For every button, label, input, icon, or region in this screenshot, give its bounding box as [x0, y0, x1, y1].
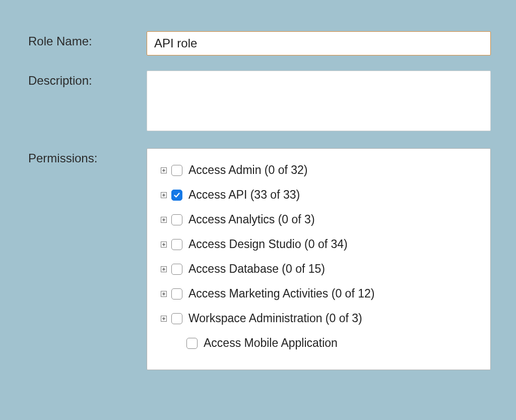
expand-icon[interactable]	[160, 167, 167, 174]
permissions-input-col: Access Admin (0 of 32)Access API (33 of …	[147, 148, 491, 370]
permission-label: Access Marketing Activities (0 of 12)	[188, 287, 374, 301]
expand-icon[interactable]	[160, 241, 167, 248]
permission-label: Access Design Studio (0 of 34)	[188, 237, 348, 251]
permission-label: Access Database (0 of 15)	[188, 262, 325, 276]
role-name-input-col	[147, 31, 491, 55]
role-name-row: Role Name: *	[28, 31, 491, 55]
expand-icon[interactable]	[160, 192, 167, 199]
permission-checkbox[interactable]	[171, 288, 182, 299]
expand-icon[interactable]	[160, 315, 167, 322]
permission-item: Access Admin (0 of 32)	[160, 158, 477, 183]
permissions-tree: Access Admin (0 of 32)Access API (33 of …	[147, 148, 491, 370]
permission-label: Access Admin (0 of 32)	[188, 163, 308, 177]
description-row: Description:	[28, 71, 491, 133]
role-name-input[interactable]	[147, 31, 491, 55]
expand-icon[interactable]	[160, 216, 167, 223]
permission-checkbox[interactable]	[171, 214, 182, 225]
expand-icon[interactable]	[160, 290, 167, 297]
permissions-row: Permissions: Access Admin (0 of 32)Acces…	[28, 148, 491, 370]
role-form: Role Name: * Description: Permissions: A…	[0, 0, 516, 395]
permission-label: Access Analytics (0 of 3)	[188, 213, 315, 226]
permission-item: Access Mobile Application	[160, 331, 477, 355]
permission-item: Access Design Studio (0 of 34)	[160, 232, 477, 257]
permission-item: Access Database (0 of 15)	[160, 257, 477, 281]
expand-icon[interactable]	[160, 266, 167, 273]
description-input[interactable]	[147, 71, 491, 131]
permission-checkbox[interactable]	[171, 165, 182, 176]
permission-checkbox[interactable]	[186, 338, 198, 349]
permission-checkbox[interactable]	[171, 239, 182, 250]
permissions-label: Permissions:	[28, 148, 132, 165]
description-input-col	[147, 71, 491, 133]
permission-checkbox[interactable]	[171, 313, 182, 324]
permission-checkbox[interactable]	[171, 264, 182, 275]
permission-item: Workspace Administration (0 of 3)	[160, 306, 477, 331]
permission-item: Access API (33 of 33)	[160, 183, 477, 207]
permission-item: Access Marketing Activities (0 of 12)	[160, 281, 477, 306]
permission-checkbox[interactable]	[171, 190, 182, 201]
permission-label: Access Mobile Application	[204, 336, 338, 350]
permission-item: Access Analytics (0 of 3)	[160, 207, 477, 232]
role-name-label: Role Name:	[28, 31, 132, 48]
permission-label: Workspace Administration (0 of 3)	[188, 312, 362, 325]
description-label: Description:	[28, 71, 132, 88]
permission-label: Access API (33 of 33)	[188, 188, 300, 202]
